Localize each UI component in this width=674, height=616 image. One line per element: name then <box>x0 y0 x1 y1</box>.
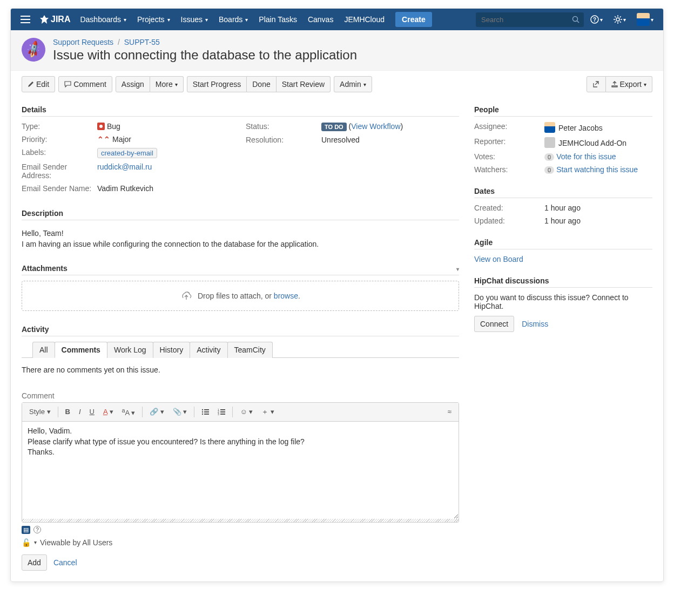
gear-icon[interactable]: ▾ <box>609 11 630 28</box>
assignee-value: Peter Jacobs <box>544 122 652 133</box>
agile-heading: Agile <box>474 235 652 249</box>
watch-link[interactable]: Start watching this issue <box>556 165 638 174</box>
breadcrumb: Support Requests / SUPPT-55 <box>53 38 357 46</box>
underline-button[interactable]: U <box>86 405 98 418</box>
email-sender-name-value: Vadim Rutkevich <box>97 184 235 193</box>
attachments-dropzone[interactable]: Drop files to attach, or browse. <box>22 281 459 311</box>
edit-button[interactable]: Edit <box>22 76 55 92</box>
priority-value: ⌃⌃Major <box>97 135 235 144</box>
help-icon-small[interactable]: ? <box>33 526 41 533</box>
svg-rect-17 <box>204 409 209 410</box>
search-input[interactable] <box>476 12 584 27</box>
share-button[interactable] <box>587 76 606 92</box>
jira-logo[interactable]: JIRA <box>37 15 73 24</box>
nav-dashboards[interactable]: Dashboards <box>76 10 131 29</box>
svg-line-13 <box>620 22 621 23</box>
mention-button[interactable]: ☺ ▾ <box>236 405 257 418</box>
logo-text: JIRA <box>51 15 70 24</box>
collapse-toolbar-icon[interactable]: ≈ <box>444 405 455 418</box>
tab-activity[interactable]: Activity <box>190 342 227 358</box>
svg-rect-19 <box>204 411 209 412</box>
tab-history[interactable]: History <box>153 342 191 358</box>
hipchat-dismiss-link[interactable]: Dismiss <box>522 320 548 328</box>
description-heading: Description <box>22 206 459 220</box>
svg-point-20 <box>202 414 203 415</box>
nav-projects[interactable]: Projects <box>133 10 174 29</box>
insert-button[interactable]: ＋ ▾ <box>258 405 278 419</box>
email-sender-addr-value[interactable]: ruddick@mail.ru <box>97 163 152 171</box>
nav-canvas[interactable]: Canvas <box>304 10 338 29</box>
svg-point-18 <box>202 411 203 412</box>
attachments-menu-icon[interactable] <box>456 264 459 273</box>
comment-textarea[interactable]: Hello, Vadim.Please clarify what type of… <box>22 422 459 519</box>
assign-button[interactable]: Assign <box>116 76 150 92</box>
resolution-label: Resolution: <box>246 136 321 144</box>
hipchat-heading: HipChat discussions <box>474 273 652 288</box>
italic-button[interactable]: I <box>75 405 85 418</box>
view-on-board-link[interactable]: View on Board <box>474 255 523 263</box>
help-icon[interactable]: ? ▾ <box>586 11 607 28</box>
activity-heading: Activity <box>22 322 459 336</box>
labels-label: Labels: <box>22 148 97 158</box>
top-nav: JIRA Dashboards Projects Issues Boards P… <box>11 9 663 30</box>
admin-button[interactable]: Admin ▾ <box>334 76 372 92</box>
start-progress-button[interactable]: Start Progress <box>187 76 247 92</box>
nav-plain-tasks[interactable]: Plain Tasks <box>254 10 301 29</box>
lock-icon[interactable]: 🔓 <box>22 538 31 547</box>
browse-link[interactable]: browse <box>274 292 298 300</box>
tab-all[interactable]: All <box>32 342 55 358</box>
comment-button[interactable]: Comment <box>58 76 112 92</box>
reporter-value: JEMHCloud Add-On <box>544 137 652 148</box>
hipchat-text: Do you want to discuss this issue? Conne… <box>474 293 652 310</box>
issue-header: 🚀 Support Requests / SUPPT-55 Issue with… <box>11 30 663 71</box>
breadcrumb-project[interactable]: Support Requests <box>53 38 113 46</box>
ol-button[interactable]: 123 <box>214 407 229 417</box>
attach-button[interactable]: 📎 ▾ <box>169 405 191 418</box>
more-format-button[interactable]: aA ▾ <box>118 405 139 419</box>
priority-label: Priority: <box>22 135 97 144</box>
hipchat-connect-button[interactable]: Connect <box>474 316 514 332</box>
svg-text:3: 3 <box>218 412 219 415</box>
tab-comments[interactable]: Comments <box>55 342 107 358</box>
search-icon[interactable] <box>572 16 579 23</box>
link-button[interactable]: 🔗 ▾ <box>146 405 168 418</box>
add-comment-button[interactable]: Add <box>22 554 47 571</box>
color-button[interactable]: A ▾ <box>99 405 117 418</box>
menu-icon[interactable] <box>16 11 35 28</box>
start-review-button[interactable]: Start Review <box>277 76 331 92</box>
editor-toolbar: Style ▾ B I U A ▾ aA ▾ 🔗 ▾ 📎 ▾ 123 <box>22 403 459 422</box>
nav-jemhcloud[interactable]: JEMHCloud <box>340 10 389 29</box>
bold-button[interactable]: B <box>62 405 74 418</box>
updated-value: 1 hour ago <box>544 216 652 225</box>
svg-text:?: ? <box>593 17 596 23</box>
tab-work-log[interactable]: Work Log <box>107 342 153 358</box>
vote-link[interactable]: Vote for this issue <box>556 152 616 161</box>
view-workflow-link[interactable]: View Workflow <box>351 122 400 131</box>
label-tag[interactable]: created-by-email <box>97 148 157 158</box>
svg-rect-27 <box>220 414 225 415</box>
visual-mode-icon[interactable]: ▤ <box>22 526 30 534</box>
issue-toolbar: Edit Comment Assign More ▾ Start Progres… <box>11 71 663 98</box>
more-button[interactable]: More ▾ <box>150 76 184 92</box>
cancel-link[interactable]: Cancel <box>53 558 77 567</box>
style-dropdown[interactable]: Style ▾ <box>25 405 55 418</box>
watchers-label: Watchers: <box>474 165 544 174</box>
svg-rect-0 <box>21 16 30 17</box>
user-menu[interactable]: ▾ <box>632 9 658 30</box>
ul-button[interactable] <box>198 407 213 417</box>
nav-issues[interactable]: Issues <box>177 10 212 29</box>
votes-count: 0 <box>544 153 554 161</box>
svg-line-12 <box>615 16 616 17</box>
tab-teamcity[interactable]: TeamCity <box>227 342 273 358</box>
description-body: Hello, Team! I am having an issue while … <box>22 226 459 261</box>
nav-boards[interactable]: Boards <box>214 10 252 29</box>
details-heading: Details <box>22 102 459 117</box>
breadcrumb-key[interactable]: SUPPT-55 <box>124 38 160 46</box>
resize-handle[interactable] <box>22 519 459 522</box>
attachments-heading: Attachments <box>22 264 68 273</box>
status-label: Status: <box>246 122 321 131</box>
done-button[interactable]: Done <box>247 76 276 92</box>
export-button[interactable]: Export ▾ <box>606 76 652 92</box>
svg-point-3 <box>573 16 578 21</box>
create-button[interactable]: Create <box>395 12 432 27</box>
